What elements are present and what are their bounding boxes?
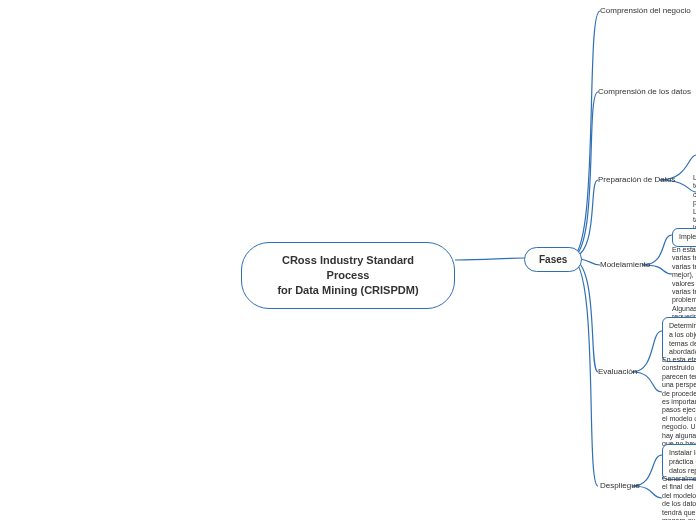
phase-label-text: Despliegue [600,481,640,490]
phase-label-text: Evaluación [598,367,637,376]
root-title-line2: for Data Mining (CRISPDM) [277,284,418,296]
phase6-desc-text: Generalmente, la creación del modelo no … [662,475,696,520]
phase4-box[interactable]: Implementar sobre datos [672,228,696,247]
phase5-box-text: Determinar si los resultados se ajustan … [669,322,696,355]
phase-comprension-negocio[interactable]: Comprensión del negocio [600,6,691,15]
phase-comprension-datos[interactable]: Comprensión de los datos [598,87,691,96]
phase-preparacion-datos[interactable]: Preparación de Datos [598,175,675,184]
fases-node[interactable]: Fases [524,247,582,272]
phase-evaluacion[interactable]: Evaluación [598,367,637,376]
phase-despliegue[interactable]: Despliegue [600,481,640,490]
phase-label-text: Modelamiento [600,260,650,269]
phase4-box-text: Implementar sobre datos [679,233,696,240]
phase-label-text: Preparación de Datos [598,175,675,184]
phase-label-text: Comprensión de los datos [598,87,691,96]
root-node[interactable]: CRoss Industry Standard Process for Data… [241,242,455,309]
phase6-desc: Generalmente, la creación del modelo no … [662,475,696,520]
fases-label: Fases [539,254,567,265]
phase6-box-text: Instalar los modelos resultantes en la p… [669,449,696,474]
root-title-line1: CRoss Industry Standard Process [282,254,414,281]
phase-label-text: Comprensión del negocio [600,6,691,15]
phase-modelamiento[interactable]: Modelamiento [600,260,650,269]
